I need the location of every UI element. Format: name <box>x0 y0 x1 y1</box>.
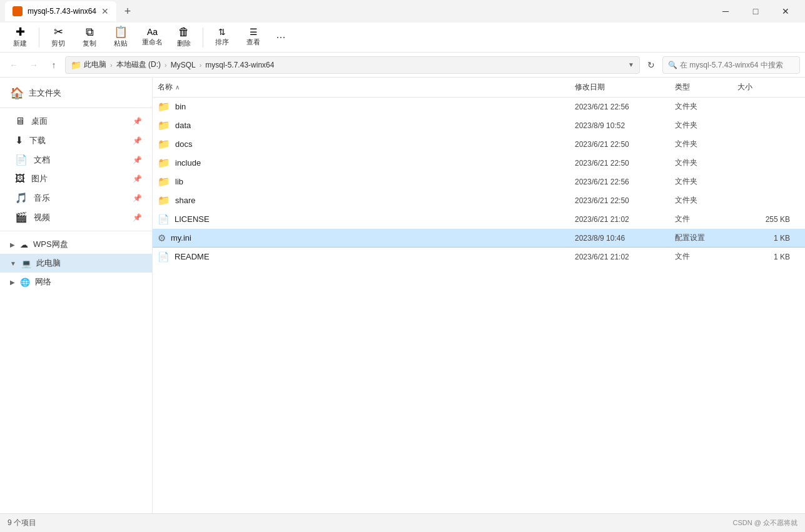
file-type: 文件夹 <box>675 120 737 131</box>
toolbar-sep-1 <box>39 28 39 48</box>
delete-button[interactable]: 🗑 删除 <box>169 24 199 51</box>
status-right: CSDN @ 众不愿将就 <box>733 518 797 528</box>
col-header-size[interactable]: 大小 <box>737 82 800 93</box>
file-name: data <box>175 121 191 130</box>
table-row[interactable]: 📁 include 2023/6/21 22:50 文件夹 <box>153 154 805 173</box>
sidebar-group-wps[interactable]: ▶ ☁ WPS网盘 <box>0 235 152 254</box>
address-dropdown-icon[interactable]: ▼ <box>628 61 634 68</box>
new-label: 新建 <box>13 39 27 48</box>
new-button[interactable]: ✚ 新建 <box>5 24 35 51</box>
sidebar-item-music-label: 音乐 <box>34 193 50 204</box>
table-row[interactable]: ⚙ my.ini 2023/8/9 10:46 配置设置 1 KB <box>153 229 805 248</box>
copy-icon: ⧉ <box>86 26 94 38</box>
file-icon: 📄 <box>158 214 170 225</box>
sidebar: 🏠 主文件夹 🖥 桌面 📌 ⬇ 下载 📌 📄 文档 📌 🖼 图片 📌 🎵 音乐 <box>0 78 153 513</box>
pin-icon-documents: 📌 <box>133 156 142 164</box>
back-button[interactable]: ← <box>5 56 23 74</box>
active-tab[interactable]: mysql-5.7.43-winx64 ✕ <box>5 1 116 21</box>
sidebar-item-desktop[interactable]: 🖥 桌面 📌 <box>0 112 152 131</box>
sidebar-item-videos[interactable]: 🎬 视频 📌 <box>0 208 152 227</box>
sort-label: 排序 <box>215 38 229 47</box>
sidebar-item-documents[interactable]: 📄 文档 📌 <box>0 150 152 169</box>
close-button[interactable]: ✕ <box>771 0 800 23</box>
table-row[interactable]: 📄 README 2023/6/21 21:02 文件 1 KB <box>153 248 805 266</box>
cut-button[interactable]: ✂ 剪切 <box>43 24 73 51</box>
expand-icon-this-pc: ▼ <box>10 260 16 267</box>
breadcrumb-mysql[interactable]: MySQL <box>171 61 196 69</box>
file-list-header: 名称 ∧ 修改日期 类型 大小 <box>153 78 805 98</box>
minimize-button[interactable]: ─ <box>711 0 740 23</box>
new-tab-button[interactable]: + <box>119 3 136 20</box>
sidebar-item-music[interactable]: 🎵 音乐 📌 <box>0 188 152 208</box>
table-row[interactable]: 📄 LICENSE 2023/6/21 21:02 文件 255 KB <box>153 210 805 229</box>
file-name: my.ini <box>171 233 191 243</box>
toolbar-sep-2 <box>203 28 203 48</box>
maximize-button[interactable]: □ <box>741 0 770 23</box>
sidebar-group-network[interactable]: ▶ 🌐 网络 <box>0 273 152 291</box>
breadcrumb-drive-label: 本地磁盘 (D:) <box>116 59 161 70</box>
sidebar-home-label: 主文件夹 <box>29 88 61 99</box>
sidebar-group-this-pc[interactable]: ▼ 💻 此电脑 <box>0 254 152 273</box>
title-bar: mysql-5.7.43-winx64 ✕ + ─ □ ✕ <box>0 0 805 23</box>
addressbar-row: ← → ↑ 📁 此电脑 › 本地磁盘 (D:) › MySQL › mysql-… <box>0 53 805 78</box>
table-row[interactable]: 📁 lib 2023/6/21 22:56 文件夹 <box>153 173 805 191</box>
address-bar[interactable]: 📁 此电脑 › 本地磁盘 (D:) › MySQL › mysql-5.7.43… <box>65 56 640 74</box>
forward-button[interactable]: → <box>25 56 43 74</box>
table-row[interactable]: 📁 bin 2023/6/21 22:56 文件夹 <box>153 98 805 116</box>
file-date: 2023/6/21 22:56 <box>575 103 675 111</box>
view-icon: ☰ <box>250 28 258 36</box>
sidebar-group-wps-label: WPS网盘 <box>33 239 68 250</box>
folder-icon: 📁 <box>158 157 170 169</box>
file-name: share <box>175 196 196 205</box>
view-label: 查看 <box>246 38 260 47</box>
sidebar-item-downloads[interactable]: ⬇ 下载 📌 <box>0 131 152 150</box>
paste-button[interactable]: 📋 粘贴 <box>106 24 136 51</box>
file-date: 2023/6/21 22:50 <box>575 196 675 205</box>
file-name-cell: 📄 README <box>158 251 575 263</box>
sidebar-home[interactable]: 🏠 主文件夹 <box>0 83 152 104</box>
col-header-type[interactable]: 类型 <box>675 82 737 93</box>
status-bar: 9 个项目 CSDN @ 众不愿将就 <box>0 513 805 532</box>
tab-close-button[interactable]: ✕ <box>101 7 109 16</box>
table-row[interactable]: 📁 data 2023/8/9 10:52 文件夹 <box>153 116 805 135</box>
file-name-cell: 📁 lib <box>158 176 575 188</box>
search-input[interactable] <box>680 61 794 69</box>
sidebar-group-this-pc-label: 此电脑 <box>36 258 61 269</box>
sidebar-item-pictures[interactable]: 🖼 图片 📌 <box>0 169 152 188</box>
file-name: bin <box>175 102 186 111</box>
col-header-name[interactable]: 名称 ∧ <box>158 82 575 93</box>
breadcrumb-drive[interactable]: 本地磁盘 (D:) <box>116 59 161 70</box>
copy-button[interactable]: ⧉ 复制 <box>74 24 104 51</box>
file-type: 文件 <box>675 214 737 224</box>
file-date: 2023/6/21 22:50 <box>575 159 675 168</box>
file-size: 255 KB <box>737 215 800 224</box>
cut-label: 剪切 <box>51 39 65 48</box>
file-name: include <box>175 158 201 168</box>
folder-icon: 📁 <box>158 119 170 131</box>
table-row[interactable]: 📁 share 2023/6/21 22:50 文件夹 <box>153 191 805 210</box>
view-button[interactable]: ☰ 查看 <box>238 25 268 49</box>
refresh-button[interactable]: ↻ <box>642 56 660 74</box>
breadcrumb-this-pc[interactable]: 此电脑 <box>84 59 106 70</box>
table-row[interactable]: 📁 docs 2023/6/21 22:50 文件夹 <box>153 135 805 154</box>
delete-icon: 🗑 <box>178 26 190 38</box>
file-name: lib <box>175 177 183 186</box>
watermark: CSDN @ 众不愿将就 <box>733 518 797 528</box>
col-header-date[interactable]: 修改日期 <box>575 82 675 93</box>
file-date: 2023/6/21 21:02 <box>575 215 675 224</box>
search-box[interactable]: 🔍 <box>662 56 800 74</box>
file-type: 文件夹 <box>675 176 737 187</box>
breadcrumb-current-label: mysql-5.7.43-winx64 <box>205 61 274 69</box>
breadcrumb-this-pc-label: 此电脑 <box>84 59 106 70</box>
up-button[interactable]: ↑ <box>45 56 63 74</box>
music-icon: 🎵 <box>15 192 28 204</box>
pin-icon-downloads: 📌 <box>133 136 142 145</box>
paste-label: 粘贴 <box>114 39 128 48</box>
file-icon: 📄 <box>158 251 170 263</box>
more-button[interactable]: ··· <box>270 26 292 49</box>
breadcrumb-current[interactable]: mysql-5.7.43-winx64 <box>205 61 274 69</box>
rename-button[interactable]: Aa 重命名 <box>137 25 168 49</box>
file-type: 文件 <box>675 251 737 262</box>
file-date: 2023/6/21 22:56 <box>575 178 675 186</box>
sort-button[interactable]: ⇅ 排序 <box>207 25 237 49</box>
